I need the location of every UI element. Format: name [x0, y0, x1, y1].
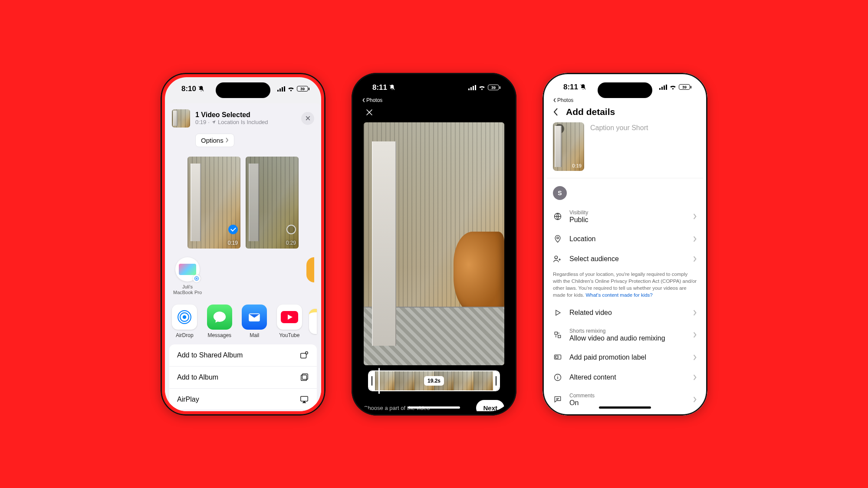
svg-rect-14 [301, 375, 307, 381]
mail-icon [247, 310, 262, 324]
video-thumbnail[interactable]: 0:29 [246, 157, 299, 249]
close-button[interactable] [301, 112, 314, 125]
row-visibility[interactable]: VisibilityPublic [547, 204, 703, 229]
svg-rect-20 [475, 85, 476, 90]
status-time: 8:11 [563, 83, 578, 92]
chevron-left-icon [553, 98, 556, 102]
pencil-icon [557, 126, 562, 131]
action-add-to-shared-album[interactable]: Add to Shared Album [169, 344, 317, 367]
options-button[interactable]: Options [195, 134, 234, 147]
row-location[interactable]: Location [547, 229, 703, 249]
trim-duration-label: 19.2s [424, 376, 444, 386]
play-icon [553, 308, 562, 317]
airdrop-target-name: Juli's MacBook Pro [173, 284, 202, 295]
svg-rect-29 [556, 356, 558, 358]
next-button[interactable]: Next [476, 400, 504, 411]
coppa-link[interactable]: What's content made for kids? [585, 292, 652, 298]
video-duration: 0:29 [286, 240, 296, 246]
row-paid-promotion[interactable]: Add paid promotion label [547, 347, 703, 367]
trim-handle-left[interactable] [369, 371, 375, 390]
pin-icon [553, 235, 562, 243]
video-thumbnail[interactable]: 0:19 [187, 157, 240, 249]
coppa-notice: Regardless of your location, you're lega… [547, 269, 703, 303]
home-indicator[interactable] [599, 406, 651, 409]
svg-point-7 [183, 315, 187, 319]
video-preview[interactable] [364, 122, 504, 365]
cellular-icon [468, 85, 476, 90]
svg-rect-3 [284, 86, 285, 92]
short-thumbnail[interactable]: 0:19 [553, 122, 584, 171]
row-remixing[interactable]: Shorts remixingAllow video and audio rem… [547, 323, 703, 347]
close-button[interactable] [363, 106, 376, 119]
battery-icon: 39 [297, 86, 308, 92]
trim-bar[interactable]: 19.2s [368, 370, 500, 391]
partial-contact-bubble [306, 257, 314, 282]
svg-rect-0 [277, 90, 279, 92]
svg-point-4 [196, 278, 197, 279]
video-duration: 0:19 [228, 240, 238, 246]
page-title: Add details [566, 107, 615, 117]
battery-icon: 39 [679, 84, 690, 90]
svg-point-13 [306, 352, 308, 354]
svg-rect-19 [473, 86, 474, 90]
chevron-right-icon [693, 236, 697, 242]
chevron-right-icon [693, 310, 697, 316]
svg-rect-17 [468, 88, 470, 90]
wifi-icon [478, 85, 486, 90]
app-youtube[interactable]: YouTube [274, 305, 305, 338]
svg-rect-12 [301, 353, 306, 358]
comments-icon [553, 395, 562, 404]
row-altered-content[interactable]: Altered content [547, 367, 703, 387]
back-chevron-icon[interactable] [553, 108, 559, 116]
row-select-audience[interactable]: Select audience [547, 249, 703, 269]
app-messages[interactable]: Messages [204, 305, 235, 338]
bell-slash-icon [580, 84, 586, 90]
actions-list: Add to Shared Album Add to Album AirPlay… [169, 344, 317, 409]
app-airdrop[interactable]: AirDrop [169, 305, 200, 338]
action-add-to-album[interactable]: Add to Album [169, 367, 317, 389]
chevron-right-icon [693, 332, 697, 338]
mac-wallpaper-icon [179, 264, 196, 275]
status-time: 8:11 [372, 83, 387, 92]
chevron-right-icon [693, 374, 697, 380]
short-duration: 0:19 [572, 163, 582, 168]
youtube-icon [281, 311, 298, 323]
edit-thumbnail-button[interactable] [555, 124, 564, 134]
row-related-video[interactable]: Related video [547, 303, 703, 323]
selected-check-icon [228, 225, 238, 234]
home-indicator[interactable] [408, 406, 460, 409]
trim-playhead[interactable] [378, 368, 380, 394]
location-arrow-icon [211, 120, 216, 124]
caption-input[interactable]: Caption your Short [590, 122, 648, 132]
promo-icon [553, 353, 562, 362]
chevron-right-icon [693, 256, 697, 262]
shared-album-icon [299, 350, 309, 360]
channel-avatar[interactable]: S [553, 186, 567, 200]
svg-point-26 [557, 237, 559, 239]
back-to-app-button[interactable]: Photos [356, 97, 512, 103]
svg-rect-23 [664, 85, 665, 90]
cellular-icon [277, 86, 285, 92]
app-mail[interactable]: Mail [239, 305, 270, 338]
messages-icon [212, 310, 227, 324]
chevron-right-icon [693, 396, 697, 403]
svg-rect-22 [661, 87, 663, 90]
wifi-icon [669, 84, 677, 90]
info-icon [553, 373, 562, 382]
bell-slash-icon [198, 85, 204, 92]
album-icon [299, 373, 309, 382]
chevron-right-icon [693, 354, 697, 360]
wifi-icon [287, 86, 295, 92]
audience-icon [553, 255, 562, 263]
svg-rect-24 [666, 85, 667, 90]
share-title: 1 Video Selected [195, 111, 268, 119]
bell-slash-icon [389, 84, 395, 91]
chevron-left-icon [362, 98, 365, 102]
airdrop-target[interactable]: Juli's MacBook Pro [172, 257, 203, 296]
trim-handle-right[interactable] [493, 371, 499, 390]
back-to-app-button[interactable]: Photos [547, 97, 703, 103]
svg-rect-15 [302, 374, 308, 380]
partial-app-icon [309, 309, 317, 334]
action-airplay[interactable]: AirPlay [169, 389, 317, 409]
apps-row: AirDrop Messages Mail [165, 296, 321, 343]
